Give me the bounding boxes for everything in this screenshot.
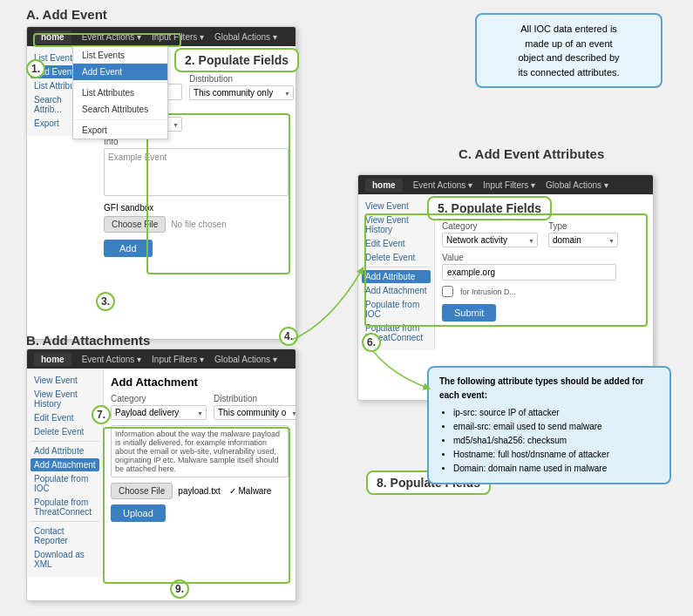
c-value-input[interactable] [442,264,616,281]
ids-label: for Intrusion D... [460,288,516,296]
callout-ioc-text: All IOC data entered is made up of an ev… [518,24,619,78]
sidebar-c-delete-event[interactable]: Delete Event [362,251,431,264]
sidebar-b-add-attribute[interactable]: Add Attribute [31,444,99,457]
b-distribution-select[interactable]: This community only [214,405,296,420]
sidebar-b-download[interactable]: Download as XML [31,548,99,571]
b-distribution-label: Distribution [214,394,296,403]
sidebar-c-add-attribute[interactable]: Add Attribute [362,270,431,283]
sidebar-b-populate-tc[interactable]: Populate from ThreatConnect [31,496,99,518]
gfi-label: GFI sandbox [104,203,289,213]
step-3-circle: 3. [96,292,115,311]
nav-event-actions-c[interactable]: Event Actions ▾ [413,180,472,190]
no-file-label: No file chosen [171,220,226,229]
dropdown-list-events[interactable]: List Events [73,47,167,64]
step-7-circle: 7. [92,405,111,424]
nav-home-a[interactable]: home [34,30,71,44]
step-2-callout: 2. Populate Fields [174,48,299,72]
add-attachment-title: Add Attachment [111,376,289,389]
step-1-circle: 1. [26,59,45,78]
sidebar-c-edit-event[interactable]: Edit Event [362,237,431,250]
info-box[interactable]: Example Event [104,148,289,196]
section-label-a: A. Add Event [26,7,107,22]
panel-add-event: home Event Actions ▾ Input Filters ▾ Glo… [26,26,296,340]
step-9-circle: 9. [170,579,189,599]
c-category-label: Category [442,221,540,231]
attr-type-4: Hostname: full host/dnsname of attacker [453,448,659,462]
sidebar-b-contact[interactable]: Contact Reporter [31,525,99,547]
callout-ioc-info: All IOC data entered is made up of an ev… [475,13,662,88]
choose-file-btn-b[interactable]: Choose File [111,483,173,499]
nav-global-actions-c[interactable]: Global Actions ▾ [546,180,608,190]
callout-attribute-types: The following attribute types should be … [427,366,671,484]
panel-b-nav: home Event Actions ▾ Input Filters ▾ Glo… [27,349,296,369]
choose-file-btn-a[interactable]: Choose File [104,216,166,233]
dropdown-add-event[interactable]: Add Event [73,64,167,80]
step-2-label: 2. Populate Fields [185,53,289,67]
sidebar-c-add-attachment[interactable]: Add Attachment [362,284,431,297]
nav-global-actions-b[interactable]: Global Actions ▾ [214,355,277,364]
nav-event-actions-a[interactable]: Event Actions ▾ [82,32,141,42]
sidebar-b-populate-ioc[interactable]: Populate from IOC [31,472,99,495]
dropdown-export[interactable]: Export [73,122,167,139]
upload-btn[interactable]: Upload [111,504,166,522]
sidebar-b-delete-event[interactable]: Delete Event [31,425,99,438]
panel-c-nav: home Event Actions ▾ Input Filters ▾ Glo… [358,175,653,194]
b-category-label: Category [111,394,207,403]
sidebar-c-populate-ioc[interactable]: Populate from IOC [362,298,431,321]
c-category-select[interactable]: Network activity [442,233,538,247]
dropdown-divider-2 [73,119,167,120]
sidebar-c-view-event[interactable]: View Event [362,200,431,213]
step-5-callout: 5. Populate Fields [427,196,552,220]
attr-types-title: The following attribute types should be … [439,375,659,403]
malware-check: ✓ Malware [229,486,272,496]
add-btn[interactable]: Add [104,240,153,257]
dropdown-menu: List Events Add Event List Attributes Se… [72,46,168,139]
nav-global-actions-a[interactable]: Global Actions ▾ [214,32,277,42]
dropdown-search-attributes[interactable]: Search Attributes [73,101,167,118]
attr-type-3: md5/sha1/sha256: checksum [453,434,659,448]
dropdown-list-attributes[interactable]: List Attributes [73,85,167,101]
step-4-circle: 4. [279,327,298,346]
panel-c-sidebar: View Event View Event History Edit Event… [358,194,435,350]
nav-event-actions-b[interactable]: Event Actions ▾ [82,355,141,364]
c-type-label: Type [548,221,646,231]
step-6-circle: 6. [362,333,381,352]
panel-b-sidebar: View Event View Event History Edit Event… [27,369,104,577]
sidebar-b-edit-event[interactable]: Edit Event [31,411,99,424]
sidebar-c-view-history[interactable]: View Event History [362,213,431,236]
sidebar-b-view-history[interactable]: View Event History [31,388,99,410]
b-info-box: Information about the way the malware pa… [111,425,289,477]
nav-input-filters-b[interactable]: Input Filters ▾ [152,355,204,364]
attr-type-5: Domain: domain name used in malware [453,462,659,476]
sidebar-b-add-attachment[interactable]: Add Attachment [31,458,99,471]
panel-add-attachment: home Event Actions ▾ Input Filters ▾ Glo… [26,349,296,601]
nav-home-c[interactable]: home [365,179,403,192]
panel-a-nav: home Event Actions ▾ Input Filters ▾ Glo… [27,27,296,46]
info-value: Example Event [108,152,166,162]
b-category-select[interactable]: Payload delivery [111,405,207,420]
attr-type-1: ip-src: source IP of attacker [453,406,659,420]
panel-b-content: Add Attachment Category Payload delivery… [104,369,296,529]
distribution-select[interactable]: This community only [189,85,294,100]
sidebar-b-view-event[interactable]: View Event [31,374,99,387]
c-type-select[interactable]: domain [548,233,618,247]
attr-type-2: email-src: email used to send malware [453,420,659,434]
nav-input-filters-a[interactable]: Input Filters ▾ [152,32,204,42]
ids-checkbox[interactable] [442,286,453,297]
section-label-b: B. Add Attachments [26,333,150,348]
c-value-label: Value [442,253,646,262]
nav-home-b[interactable]: home [34,353,71,366]
dropdown-divider [73,82,167,83]
file-name-label: payload.txt [178,486,220,496]
step-5-label: 5. Populate Fields [438,201,541,215]
distribution-label: Distribution [189,74,294,84]
section-label-c: C. Add Event Attributes [459,146,604,161]
submit-btn[interactable]: Submit [442,304,496,322]
nav-input-filters-c[interactable]: Input Filters ▾ [483,180,535,190]
